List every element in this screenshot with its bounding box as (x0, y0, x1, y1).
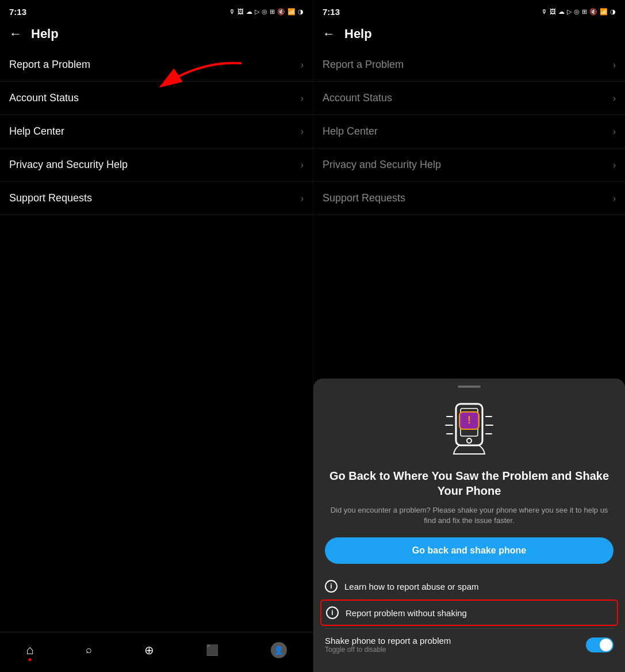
right-menu-item-privacy[interactable]: Privacy and Security Help › (313, 148, 625, 182)
nav-profile[interactable]: 👤 (271, 642, 287, 658)
right-status-time: 7:13 (323, 7, 340, 17)
video-nav-icon: ⬛ (206, 644, 218, 656)
toggle-knob (600, 639, 612, 651)
modal-sheet: ! Go Back to Where You Saw the Problem a… (313, 379, 625, 672)
right-panel: 7:13 🎙 🖼 ☁ ▷ ◎ ⊞ 🔇 📶 ◑ ← Help Report a P… (313, 0, 625, 672)
right-menu-label-support: Support Requests (323, 192, 405, 204)
signal-icon: 📶 (287, 8, 296, 16)
left-chevron-report: › (301, 60, 304, 70)
report-info-icon: i (326, 606, 339, 619)
modal-handle (458, 385, 481, 388)
nav-compose[interactable]: ⊕ (144, 643, 154, 657)
right-menu-item-helpcenter[interactable]: Help Center › (313, 115, 625, 148)
left-menu-item-helpcenter[interactable]: Help Center › (0, 115, 313, 148)
report-without-shake-row[interactable]: i Report problem without shaking (320, 600, 618, 626)
profile-avatar: 👤 (271, 642, 287, 658)
podcast-icon: 🎙 (229, 8, 235, 15)
r-target-icon: ◎ (574, 8, 580, 16)
r-battery-icon: ◑ (610, 8, 616, 16)
shake-toggle-row: Shake phone to report a problem Toggle o… (325, 628, 614, 660)
left-menu-label-support: Support Requests (9, 192, 92, 204)
left-chevron-helpcenter: › (301, 127, 304, 137)
left-menu-label-privacy: Privacy and Security Help (9, 159, 128, 171)
toggle-title: Shake phone to report a problem (325, 636, 451, 646)
left-menu-label-account: Account Status (9, 92, 79, 104)
r-photo-icon: 🖼 (550, 8, 556, 15)
r-mute-icon: 🔇 (589, 8, 597, 16)
play-icon: ▷ (255, 8, 259, 16)
modal-title: Go Back to Where You Saw the Problem and… (325, 468, 614, 498)
right-back-button[interactable]: ← (323, 26, 335, 41)
left-menu-item-privacy[interactable]: Privacy and Security Help › (0, 148, 313, 182)
right-menu-item-report[interactable]: Report a Problem › (313, 48, 625, 82)
nav-video[interactable]: ⬛ (206, 644, 218, 656)
right-menu-item-account[interactable]: Account Status › (313, 82, 625, 115)
svg-point-6 (467, 438, 471, 443)
left-chevron-support: › (301, 193, 304, 204)
right-menu-label-account: Account Status (323, 92, 392, 104)
shake-toggle-switch[interactable] (586, 637, 614, 652)
left-status-time: 7:13 (9, 7, 26, 17)
search-nav-icon: ⌕ (86, 644, 92, 656)
left-panel: 7:13 🎙 🖼 ☁ ▷ ◎ ⊞ 🔇 📶 ◑ ← Help Report a P… (0, 0, 313, 672)
phone-shake-illustration: ! (325, 399, 614, 457)
left-chevron-privacy: › (301, 160, 304, 170)
left-menu-label-helpcenter: Help Center (9, 125, 64, 138)
right-chevron-privacy: › (613, 160, 616, 170)
learn-abuse-text: Learn how to report abuse or spam (344, 582, 478, 591)
left-chevron-account: › (301, 93, 304, 104)
shake-phone-button[interactable]: Go back and shake phone (325, 537, 614, 564)
left-menu-item-support[interactable]: Support Requests › (0, 182, 313, 215)
left-status-icons: 🎙 🖼 ☁ ▷ ◎ ⊞ 🔇 📶 ◑ (229, 8, 304, 16)
modal-subtitle: Did you encounter a problem? Please shak… (325, 505, 614, 526)
photo-icon: 🖼 (237, 8, 244, 15)
left-menu-label-report: Report a Problem (9, 59, 90, 71)
left-menu-item-account[interactable]: Account Status › (0, 82, 313, 115)
cloud-icon: ☁ (246, 8, 252, 16)
compose-nav-icon: ⊕ (144, 643, 154, 657)
right-chevron-report: › (613, 60, 616, 70)
right-menu-label-helpcenter: Help Center (323, 125, 378, 138)
r-grid-icon: ⊞ (582, 8, 587, 16)
report-without-shake-text: Report problem without shaking (346, 608, 467, 618)
right-menu-label-privacy: Privacy and Security Help (323, 159, 441, 171)
right-header-title: Help (344, 26, 372, 41)
left-header: ← Help (0, 21, 313, 48)
r-signal-icon: 📶 (600, 8, 608, 16)
right-menu-item-support[interactable]: Support Requests › (313, 182, 625, 215)
right-chevron-account: › (613, 93, 616, 104)
nav-home[interactable]: ⌂ (26, 643, 33, 658)
toggle-subtitle: Toggle off to disable (325, 646, 451, 654)
phone-shake-icon: ! (443, 399, 495, 457)
nav-search[interactable]: ⌕ (86, 644, 92, 656)
left-back-button[interactable]: ← (9, 26, 22, 41)
r-cloud-icon: ☁ (558, 8, 565, 16)
left-menu-item-report[interactable]: Report a Problem › (0, 48, 313, 82)
left-header-title: Help (31, 26, 59, 41)
battery-icon: ◑ (298, 8, 304, 16)
learn-abuse-row[interactable]: i Learn how to report abuse or spam (325, 573, 614, 600)
right-status-bar: 7:13 🎙 🖼 ☁ ▷ ◎ ⊞ 🔇 📶 ◑ (313, 0, 625, 21)
right-chevron-helpcenter: › (613, 127, 616, 137)
r-play-icon: ▷ (567, 8, 572, 16)
grid-icon: ⊞ (270, 8, 275, 16)
home-dot (28, 658, 31, 661)
left-status-bar: 7:13 🎙 🖼 ☁ ▷ ◎ ⊞ 🔇 📶 ◑ (0, 0, 313, 21)
left-menu-list: Report a Problem › Account Status › Help… (0, 48, 313, 632)
mute-icon: 🔇 (277, 8, 285, 16)
right-menu-list: Report a Problem › Account Status › Help… (313, 48, 625, 215)
right-status-icons: 🎙 🖼 ☁ ▷ ◎ ⊞ 🔇 📶 ◑ (541, 8, 616, 16)
target-icon: ◎ (262, 8, 267, 16)
toggle-label: Shake phone to report a problem Toggle o… (325, 636, 451, 654)
right-header: ← Help (313, 21, 625, 48)
right-chevron-support: › (613, 193, 616, 204)
svg-text:!: ! (467, 414, 471, 426)
right-menu-label-report: Report a Problem (323, 59, 404, 71)
r-podcast-icon: 🎙 (541, 8, 547, 15)
left-bottom-nav: ⌂ ⌕ ⊕ ⬛ 👤 (0, 632, 313, 672)
home-nav-icon: ⌂ (26, 643, 33, 658)
learn-info-icon: i (325, 580, 338, 593)
